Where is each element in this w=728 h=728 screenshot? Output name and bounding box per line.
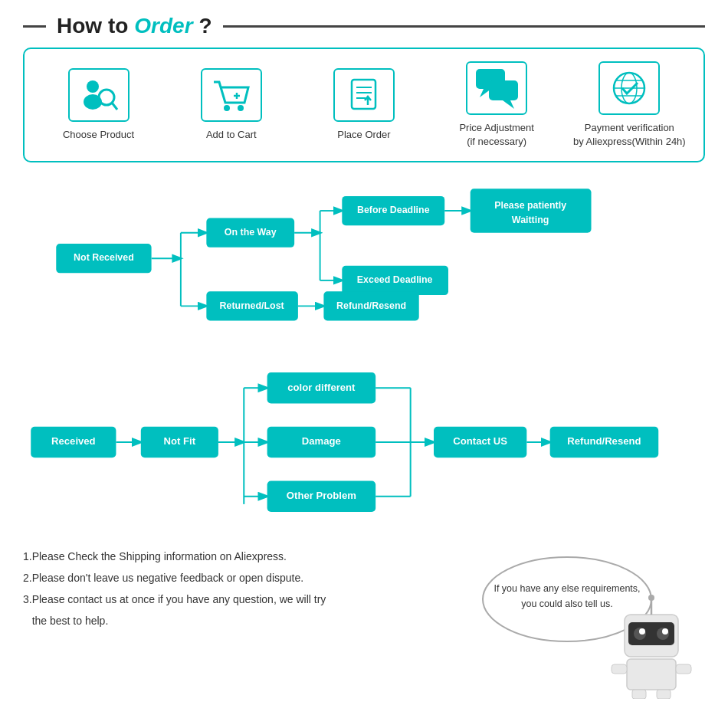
- note-1: 1.Please Check the Shipping information …: [23, 546, 460, 567]
- svg-rect-36: [471, 189, 592, 233]
- svg-text:Damage: Damage: [302, 436, 341, 448]
- step-payment-verify: Payment verificationby Aliexpress(Within…: [568, 61, 690, 149]
- svg-text:Other Problem: Other Problem: [287, 490, 356, 502]
- svg-point-81: [662, 628, 668, 635]
- svg-point-4: [224, 105, 230, 111]
- step-price-adj: Price Adjustment(if necessary): [435, 61, 558, 149]
- svg-line-3: [112, 103, 117, 110]
- not-received-flowchart: Not Received On the Way Before Deadline …: [0, 170, 728, 354]
- step-choose-product: Choose Product: [38, 68, 160, 142]
- svg-text:Contact US: Contact US: [453, 436, 507, 448]
- svg-rect-85: [612, 664, 627, 674]
- svg-marker-15: [503, 100, 514, 109]
- svg-text:Not Received: Not Received: [74, 253, 134, 264]
- svg-rect-86: [676, 664, 691, 674]
- note-3: 3.Please contact us at once if you have …: [23, 589, 460, 631]
- svg-text:Before Deadline: Before Deadline: [357, 205, 430, 216]
- svg-point-80: [639, 628, 645, 635]
- step5-label: Payment verificationby Aliexpress(Within…: [573, 121, 686, 149]
- step4-label: Price Adjustment(if necessary): [459, 121, 534, 149]
- step-add-to-cart: Add to Cart: [170, 68, 293, 142]
- svg-text:Received: Received: [51, 436, 96, 448]
- received-flowchart: Received Not Fit color different Damage …: [0, 354, 728, 530]
- title-prefix: How to: [57, 14, 128, 38]
- svg-rect-88: [657, 690, 671, 699]
- step2-label: Add to Cart: [206, 128, 257, 142]
- svg-rect-14: [489, 80, 518, 100]
- title-suffix: ?: [199, 14, 212, 38]
- section-title: How to Order ?: [23, 14, 705, 38]
- title-colored: Order: [134, 14, 192, 38]
- svg-point-83: [648, 595, 654, 601]
- svg-text:Refund/Resend: Refund/Resend: [567, 436, 641, 448]
- step-place-order: Place Order: [303, 68, 425, 142]
- svg-rect-8: [352, 80, 375, 109]
- notes-container: 1.Please Check the Shipping information …: [23, 546, 460, 699]
- order-steps-container: Choose Product Add to Cart: [23, 48, 705, 162]
- svg-text:Please patiently: Please patiently: [494, 200, 566, 211]
- svg-text:On the Way: On the Way: [225, 227, 277, 238]
- step3-label: Place Order: [337, 128, 390, 142]
- payment-verify-icon: [598, 61, 660, 115]
- svg-text:Exceed Deadline: Exceed Deadline: [357, 275, 433, 286]
- bottom-section: 1.Please Check the Shipping information …: [0, 530, 728, 707]
- svg-point-5: [238, 105, 244, 111]
- choose-product-icon: [68, 68, 130, 122]
- svg-text:If you have any else requireme: If you have any else requirements,: [494, 583, 640, 594]
- place-order-icon: [333, 68, 395, 122]
- add-to-cart-icon: [201, 68, 262, 122]
- price-adj-icon: [466, 61, 527, 115]
- robot-svg: If you have any else requirements, you c…: [475, 546, 705, 699]
- svg-text:you could also tell us.: you could also tell us.: [521, 598, 613, 609]
- note-2: 2.Please don't leave us negative feedbac…: [23, 567, 460, 589]
- step1-label: Choose Product: [63, 128, 134, 142]
- svg-point-0: [87, 80, 99, 93]
- svg-text:Returned/Lost: Returned/Lost: [220, 300, 284, 311]
- svg-text:Refund/Resend: Refund/Resend: [336, 300, 406, 311]
- speech-robot-container: If you have any else requirements, you c…: [475, 546, 705, 699]
- svg-text:color different: color different: [287, 382, 356, 393]
- svg-rect-87: [632, 690, 646, 699]
- how-to-order-section: How to Order ? Choose Product: [0, 0, 728, 170]
- svg-text:Not Fit: Not Fit: [164, 436, 196, 448]
- svg-text:Waitting: Waitting: [512, 215, 549, 225]
- svg-rect-84: [627, 659, 676, 690]
